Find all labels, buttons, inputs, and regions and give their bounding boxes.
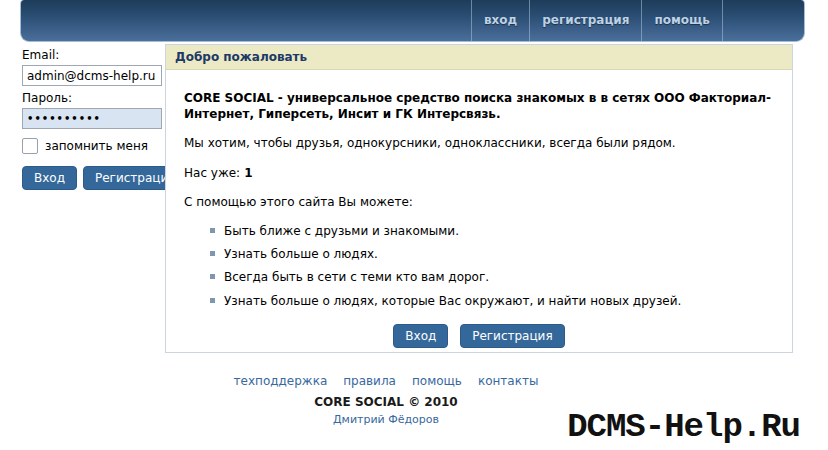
welcome-panel-body: CORE SOCIAL - универсальное средство пои…	[166, 70, 792, 348]
user-count-label: Нас уже:	[184, 166, 240, 180]
topnav-menu: входрегистрацияпомощь	[471, 0, 723, 41]
user-count-value: 1	[244, 166, 252, 180]
welcome-panel-title: Добро пожаловать	[166, 45, 792, 70]
bullet-square-icon	[210, 298, 215, 303]
email-label: Email:	[22, 48, 162, 62]
bullet-square-icon	[210, 228, 215, 233]
top-navigation-bar: входрегистрацияпомощь	[20, 0, 805, 42]
footer-link[interactable]: контакты	[478, 374, 539, 388]
sidebar-login-button[interactable]: Вход	[22, 166, 77, 190]
topnav-item[interactable]: регистрация	[529, 0, 641, 41]
author-link[interactable]: Дмитрий Фёдоров	[333, 413, 439, 426]
mission-text: Мы хотим, чтобы друзья, однокурсники, од…	[184, 135, 774, 151]
feature-item: Узнать больше о людях.	[210, 246, 774, 262]
main-register-button[interactable]: Регистрация	[460, 324, 564, 348]
feature-item: Всегда быть в сети с теми кто вам дорог.	[210, 269, 774, 285]
feature-item: Узнать больше о людях, которые Вас окруж…	[210, 293, 774, 309]
dcms-help-watermark: DCMS-Help.Ru	[567, 408, 800, 446]
features-list: Быть ближе с друзьми и знакомыми.Узнать …	[184, 223, 774, 309]
topnav-item[interactable]: вход	[471, 0, 529, 41]
bullet-square-icon	[210, 251, 215, 256]
user-count-line: Нас уже:1	[184, 165, 774, 181]
intro-text: CORE SOCIAL - универсальное средство пои…	[184, 90, 774, 122]
email-field[interactable]	[22, 65, 162, 86]
welcome-panel: Добро пожаловать CORE SOCIAL - универсал…	[165, 44, 793, 353]
cta-row: Вход Регистрация	[184, 316, 774, 348]
login-form: Email: Пароль: запомнить меня Вход Регис…	[22, 48, 162, 190]
password-label: Пароль:	[22, 91, 162, 105]
features-intro: С помощью этого сайта Вы можете:	[184, 194, 774, 210]
main-login-button[interactable]: Вход	[393, 324, 448, 348]
remember-me-label: запомнить меня	[45, 139, 148, 153]
feature-item: Быть ближе с друзьми и знакомыми.	[210, 223, 774, 239]
footer-link[interactable]: правила	[343, 374, 396, 388]
copyright-text: CORE SOCIAL © 2010	[0, 395, 772, 409]
footer-links: техподдержкаправилапомощьконтакты	[0, 374, 772, 388]
footer-link[interactable]: помощь	[412, 374, 462, 388]
bullet-square-icon	[210, 274, 215, 279]
topnav-item[interactable]: помощь	[641, 0, 722, 41]
password-field[interactable]	[22, 108, 162, 129]
remember-me-checkbox[interactable]	[22, 138, 38, 154]
footer-link[interactable]: техподдержка	[234, 374, 328, 388]
